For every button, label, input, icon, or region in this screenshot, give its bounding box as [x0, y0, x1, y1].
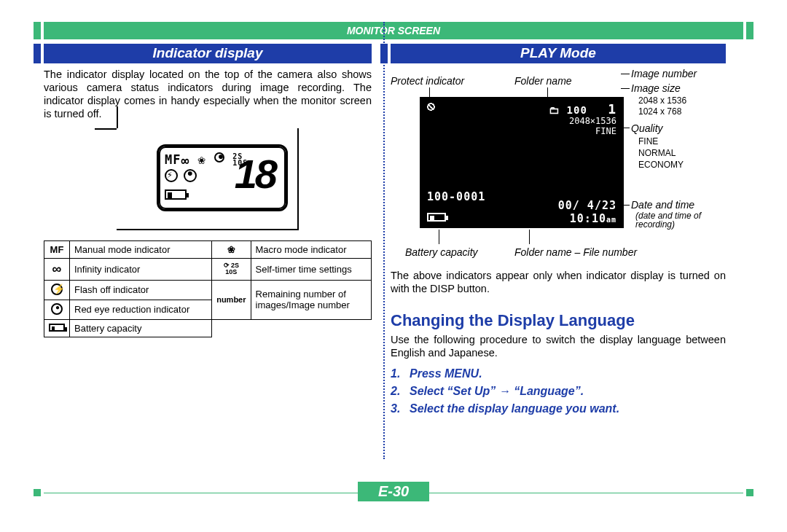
lcd-figure: MF∞ ❀ 2S10S	[117, 128, 299, 230]
table-row: ∞ Infinity indicator ⟳ 2S10S Self-timer …	[44, 258, 372, 280]
indicator-display-para: The indicator display located on the top…	[44, 68, 372, 121]
number-cell: number	[212, 280, 251, 319]
battery-icon-cell	[44, 319, 70, 337]
label-protect: Protect indicator	[391, 75, 464, 87]
right-column: PLAY Mode Protect indicator Folder name …	[391, 44, 726, 420]
page-footer: E-30	[44, 482, 743, 501]
indicator-display-heading: Indicator display	[44, 44, 372, 63]
label-image-number: Image number	[631, 68, 697, 79]
lcd-image-count: 18	[235, 157, 275, 192]
battery-icon	[427, 212, 446, 224]
label-image-size: Image size	[631, 82, 681, 94]
label-battery-capacity: Battery capacity	[405, 246, 478, 258]
column-divider	[383, 22, 385, 459]
steps-list: 1.Press MENU. 2.Select “Set Up” → “Langu…	[391, 367, 726, 415]
play-mode-screen: 🛇 🗀 100 1 2048×1536 FINE 100-0001 00/ 4/…	[420, 97, 624, 228]
left-column: Indicator display The indicator display …	[44, 44, 372, 420]
label-folder: Folder name	[514, 75, 572, 87]
indicator-table: MF Manual mode indicator ❀ Macro mode in…	[44, 240, 372, 337]
mf-icon-cell: MF	[44, 240, 70, 258]
label-folder-file: Folder name – File number	[514, 246, 637, 258]
table-row: Flash off indicator number Remaining num…	[44, 280, 372, 300]
infinity-icon-cell: ∞	[44, 258, 70, 280]
step-3: 3.Select the display language you want.	[391, 402, 726, 415]
page-number: E-30	[358, 482, 429, 501]
self-timer-icon	[214, 152, 224, 163]
table-row: Battery capacity	[44, 319, 372, 337]
changing-language-heading: Changing the Display Language	[391, 311, 726, 330]
battery-icon	[165, 189, 187, 202]
label-quality: Quality	[631, 122, 663, 134]
step-1: 1.Press MENU.	[391, 367, 726, 380]
red-eye-icon-cell	[44, 300, 70, 319]
header-bar: MONITOR SCREEN	[44, 22, 743, 39]
changing-language-para: Use the following procedure to switch th…	[391, 333, 726, 359]
flash-off-icon	[165, 169, 178, 182]
manual-page: MONITOR SCREEN Indicator display The ind…	[44, 22, 743, 510]
flash-off-icon-cell	[44, 280, 70, 300]
red-eye-icon	[184, 169, 197, 182]
table-row: MF Manual mode indicator ❀ Macro mode in…	[44, 240, 372, 258]
macro-icon: ❀	[198, 152, 206, 167]
play-mode-diagram: Protect indicator Folder name Image numb…	[391, 68, 726, 265]
play-mode-note: The above indicators appear only when in…	[391, 269, 726, 295]
step-2: 2.Select “Set Up” → “Language”.	[391, 385, 726, 398]
macro-icon-cell: ❀	[212, 240, 251, 258]
play-mode-heading: PLAY Mode	[391, 44, 726, 63]
folder-icon: 🗀	[549, 104, 560, 116]
timer-icon-cell: ⟳ 2S10S	[212, 258, 251, 280]
label-date-time: Date and time	[631, 199, 694, 211]
header-title: MONITOR SCREEN	[347, 25, 440, 36]
protect-icon: 🛇	[426, 101, 436, 113]
